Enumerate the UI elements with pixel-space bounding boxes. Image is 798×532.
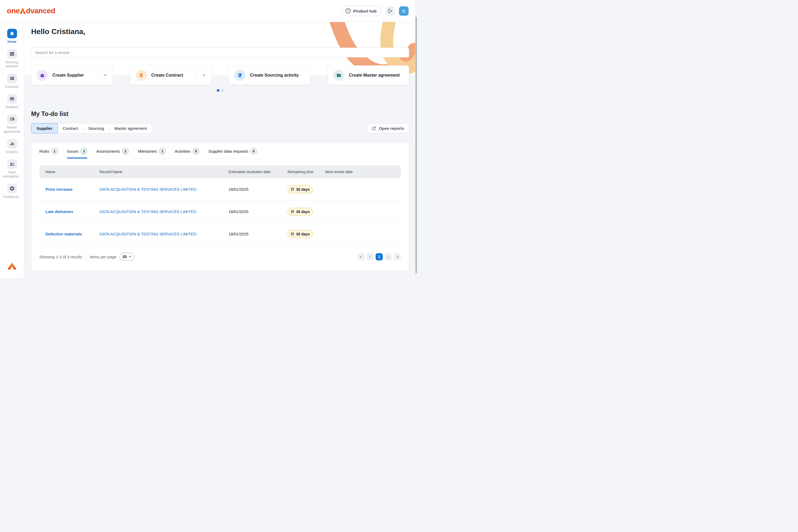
scrollbar-thumb[interactable]	[416, 17, 417, 273]
table-row: Defective materials DATA ACQUISITION & T…	[39, 223, 401, 245]
first-page-icon	[359, 255, 363, 259]
tab-count-badge: 1	[51, 148, 58, 155]
sidebar-item-label: Contracts	[5, 85, 19, 89]
card-label: Create Sourcing activity	[250, 73, 310, 78]
carousel-dot[interactable]	[222, 90, 224, 92]
sidebar-item-master-agreements[interactable]: Master agreements	[0, 114, 24, 134]
product-hub-button[interactable]: ? Product hub	[341, 6, 381, 16]
pagination: 1	[358, 253, 401, 261]
items-per-page-select[interactable]: 20	[119, 253, 135, 261]
carousel-dot-active[interactable]	[217, 89, 220, 92]
table-row: Price increase DATA ACQUISITION & TESTIN…	[39, 178, 401, 201]
create-contract-dropdown[interactable]	[196, 70, 211, 81]
page-1-button[interactable]: 1	[376, 253, 383, 261]
sidebar-item-home[interactable]: Home	[0, 29, 24, 44]
record-name-link[interactable]: DATA ACQUISITION & TESTING SERVICES LIMI…	[99, 232, 228, 236]
sidebar-item-configuration[interactable]: Configurati...	[0, 184, 24, 199]
carousel-dots	[31, 89, 409, 92]
filter-sourcing[interactable]: Sourcing	[83, 123, 109, 134]
sidebar-item-label: Sourcing activities	[0, 60, 24, 69]
tab-count-badge: 0	[193, 148, 199, 155]
record-name-link[interactable]: DATA ACQUISITION & TESTING SERVICES LIMI…	[99, 209, 228, 214]
tab-label: Assessments	[96, 149, 120, 153]
create-supplier-card[interactable]: Create Supplier	[31, 65, 113, 85]
sidebar-item-sourcing-activities[interactable]: Sourcing activities	[0, 49, 24, 69]
create-contract-card[interactable]: Create Contract	[130, 65, 212, 85]
sidebar-item-team-management[interactable]: Team manageme...	[0, 159, 24, 179]
sidebar-item-label: Team manageme...	[0, 171, 24, 179]
sidebar-item-suppliers[interactable]: Suppliers	[0, 94, 24, 109]
sidebar-item-label: Analytics	[5, 150, 18, 154]
column-header-remaining-time: Remaining time	[288, 170, 325, 174]
previous-page-button[interactable]	[366, 253, 374, 261]
analytics-icon	[7, 139, 17, 148]
page-scrollbar[interactable]	[415, 0, 417, 278]
remaining-time-label: 30 days	[296, 210, 310, 214]
tab-label: Supplier data requests	[208, 149, 248, 153]
main-area: Hello Cristiana, Create Supplier	[24, 22, 417, 278]
advanced-logo-mark-icon	[7, 263, 17, 270]
dropdown-caret-icon	[129, 256, 131, 258]
filter-supplier[interactable]: Supplier	[31, 123, 58, 134]
tab-risks[interactable]: Risks 1	[39, 148, 58, 158]
column-header-record-name: Record Name	[99, 170, 228, 174]
configuration-icon	[7, 184, 17, 193]
estimated-resolution-date: 18/01/2025	[228, 232, 288, 236]
product-hub-label: Product hub	[353, 9, 377, 13]
search-input[interactable]	[31, 48, 409, 57]
items-per-page-value: 20	[122, 254, 127, 259]
sidebar-item-label: Configurati...	[3, 195, 21, 199]
calendar-icon	[291, 232, 294, 236]
folder-icon	[333, 70, 344, 81]
tab-supplier-data-requests[interactable]: Supplier data requests 0	[208, 148, 257, 158]
card-label: Create Supplier	[52, 73, 98, 78]
avatar-initial: C	[402, 9, 405, 13]
topbar-actions: ? Product hub C	[341, 6, 408, 16]
sidebar-item-analytics[interactable]: Analytics	[0, 139, 24, 154]
tab-assessments[interactable]: Assessments 2	[96, 148, 129, 158]
filter-master-agreement[interactable]: Master agreement	[109, 123, 152, 134]
tab-issues[interactable]: Issues 3	[67, 148, 87, 158]
create-master-agreement-card[interactable]: Create Master agreement	[328, 65, 410, 85]
next-page-button[interactable]	[385, 253, 392, 261]
logo-text-suffix: dvanced	[26, 7, 55, 15]
column-header-name: Name	[45, 170, 99, 174]
logout-icon	[387, 8, 393, 14]
remaining-time-badge: 30 days	[288, 208, 313, 216]
team-management-icon	[7, 159, 17, 169]
checklist-icon	[234, 70, 246, 81]
open-reports-button[interactable]: Open reports	[366, 124, 409, 133]
issue-name-link[interactable]: Late deliveries	[45, 209, 99, 214]
card-label: Create Contract	[151, 73, 196, 78]
create-sourcing-activity-card[interactable]: Create Sourcing activity	[229, 65, 310, 85]
tab-activities[interactable]: Activities 0	[175, 148, 199, 158]
avatar[interactable]: C	[399, 6, 408, 16]
record-name-link[interactable]: DATA ACQUISITION & TESTING SERVICES LIMI…	[99, 187, 228, 191]
filter-contract[interactable]: Contract	[57, 123, 83, 134]
app-window: one dvanced ? Product hub C	[0, 0, 417, 278]
remaining-time-label: 30 days	[296, 187, 310, 191]
remaining-time-badge: 30 days	[288, 185, 313, 193]
issue-name-link[interactable]: Price increase	[45, 187, 99, 191]
logout-button[interactable]	[386, 6, 395, 16]
tab-label: Issues	[67, 149, 78, 153]
todo-filter-row: Supplier Contract Sourcing Master agreem…	[31, 123, 409, 134]
remaining-time-label: 30 days	[296, 232, 310, 236]
tab-label: Risks	[39, 149, 49, 153]
footer-divider	[86, 253, 86, 261]
tab-label: Milestones	[138, 149, 157, 153]
column-header-next-review-date: Next review date	[325, 170, 401, 174]
home-icon	[7, 29, 17, 38]
last-page-button[interactable]	[394, 253, 401, 261]
tab-milestones[interactable]: Milestones 1	[138, 148, 166, 158]
column-header-estimated-resolution-date: Estimated resolution date	[228, 170, 288, 174]
create-supplier-dropdown[interactable]	[98, 70, 113, 81]
tab-count-badge: 2	[122, 148, 129, 155]
logo-peak-icon	[20, 7, 25, 14]
sidebar-item-contracts[interactable]: Contracts	[0, 74, 24, 89]
suppliers-icon	[7, 94, 17, 103]
issue-name-link[interactable]: Defective materials	[45, 232, 99, 236]
sourcing-activities-icon	[7, 49, 17, 59]
open-reports-label: Open reports	[379, 126, 404, 131]
first-page-button[interactable]	[358, 253, 365, 261]
